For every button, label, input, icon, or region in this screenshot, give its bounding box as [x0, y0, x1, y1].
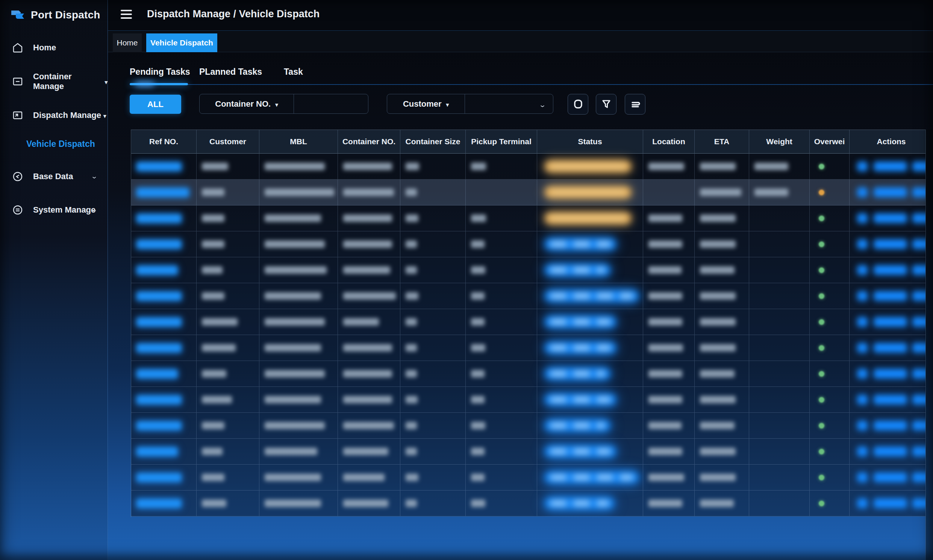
column-header-actions: Actions [850, 130, 925, 154]
tab-pending-tasks[interactable]: Pending Tasks [130, 67, 190, 77]
cell-overweight [810, 413, 850, 439]
tab-task[interactable]: Task [284, 67, 303, 77]
page-tab-vehicle-dispatch[interactable]: Vehicle Dispatch [146, 34, 217, 52]
ref-no-link-blurred[interactable] [136, 162, 182, 171]
menu-toggle-icon[interactable] [121, 10, 132, 20]
ref-no-link-blurred[interactable] [136, 291, 182, 301]
action-icon-blurred[interactable] [857, 446, 868, 456]
eta-value-blurred [700, 500, 734, 507]
tab-planned-tasks[interactable]: PLanned Tasks [199, 67, 262, 77]
action-icon-blurred[interactable] [857, 395, 868, 405]
page-tab-home[interactable]: Home [113, 34, 142, 52]
action-icon-blurred[interactable] [857, 369, 868, 378]
action-button-blurred[interactable] [912, 188, 925, 197]
action-icon-blurred[interactable] [857, 472, 868, 482]
ref-no-link-blurred[interactable] [136, 266, 178, 275]
all-filter-button[interactable]: ALL [130, 95, 181, 114]
cell-pickup_terminal [466, 283, 537, 309]
filter-button[interactable] [596, 94, 617, 115]
action-button-blurred[interactable] [912, 446, 925, 456]
container-no-input[interactable] [294, 94, 368, 114]
action-button-blurred[interactable] [912, 395, 925, 405]
cell-container_no [338, 283, 400, 309]
cell-container_no [338, 413, 400, 439]
location-value-blurred [648, 396, 682, 403]
action-icon-blurred[interactable] [857, 188, 868, 197]
sidebar-item-home[interactable]: Home [0, 37, 108, 58]
action-button-blurred[interactable] [874, 265, 907, 275]
ref-no-link-blurred[interactable] [136, 317, 182, 327]
action-button-blurred[interactable] [874, 472, 907, 482]
sidebar-item-vehicle-dispatch[interactable]: Vehicle Dispatch [0, 134, 108, 153]
action-button-blurred[interactable] [874, 369, 907, 378]
customer-selector-dropdown[interactable]: Customer ▾ [387, 94, 465, 114]
action-icon-blurred[interactable] [857, 498, 868, 508]
cell-actions [850, 283, 925, 309]
action-button-blurred[interactable] [912, 213, 925, 223]
table-row [131, 231, 925, 257]
ref-no-link-blurred[interactable] [136, 188, 189, 197]
action-button-blurred[interactable] [874, 317, 907, 327]
action-button-blurred[interactable] [912, 343, 925, 353]
action-button-blurred[interactable] [874, 162, 907, 171]
action-button-blurred[interactable] [874, 446, 907, 456]
action-button-blurred[interactable] [874, 291, 907, 301]
status-badge-text-blurred [550, 164, 626, 169]
ref-no-link-blurred[interactable] [136, 214, 182, 223]
action-icon-blurred[interactable] [857, 162, 868, 171]
cell-overweight [810, 283, 850, 309]
action-button-blurred[interactable] [874, 395, 907, 405]
cell-ref [131, 154, 197, 180]
action-button-blurred[interactable] [874, 498, 907, 508]
status-badge-blurred [545, 471, 638, 483]
overweight-dot-green [819, 268, 824, 273]
filter-icon [601, 99, 611, 110]
action-button-blurred[interactable] [912, 162, 925, 171]
ref-no-link-blurred[interactable] [136, 473, 182, 482]
action-button-blurred[interactable] [874, 343, 907, 353]
action-button-blurred[interactable] [912, 317, 925, 327]
ref-no-link-blurred[interactable] [136, 369, 178, 378]
action-icon-blurred[interactable] [857, 265, 868, 275]
action-icon-blurred[interactable] [857, 291, 868, 301]
action-icon-blurred[interactable] [857, 421, 868, 431]
action-button-blurred[interactable] [874, 188, 907, 197]
search-button[interactable] [568, 94, 588, 115]
ref-no-link-blurred[interactable] [136, 499, 182, 508]
eta-value-blurred [700, 292, 736, 300]
ref-no-link-blurred[interactable] [136, 240, 182, 249]
dispatch-icon [12, 110, 23, 121]
sidebar-item-system-manage[interactable]: System Manage ⌄ [0, 200, 108, 220]
action-icon-blurred[interactable] [857, 343, 868, 353]
sidebar-item-container-manage[interactable]: Container Manage ▾ [0, 71, 108, 92]
mbl-value-blurred [265, 422, 325, 429]
action-button-blurred[interactable] [912, 498, 925, 508]
sidebar-item-base-data[interactable]: Base Data ⌄ [0, 166, 108, 187]
action-icon-blurred[interactable] [857, 317, 868, 327]
action-button-blurred[interactable] [912, 265, 925, 275]
field-selector-dropdown[interactable]: Container NO. ▾ [200, 94, 294, 114]
cell-eta [695, 413, 749, 439]
customer-select[interactable]: ⌄ [465, 94, 553, 114]
action-icon-blurred[interactable] [857, 239, 868, 249]
ref-no-link-blurred[interactable] [136, 395, 182, 405]
action-button-blurred[interactable] [874, 239, 907, 249]
columns-button[interactable] [625, 94, 645, 115]
sidebar-item-dispatch-manage[interactable]: Dispatch Manage ▾ [0, 105, 108, 126]
mbl-value-blurred [265, 292, 321, 300]
action-button-blurred[interactable] [912, 291, 925, 301]
action-button-blurred[interactable] [912, 369, 925, 378]
eta-value-blurred [700, 344, 736, 352]
action-button-blurred[interactable] [912, 421, 925, 431]
cell-container_no [338, 387, 400, 413]
action-button-blurred[interactable] [912, 239, 925, 249]
ref-no-link-blurred[interactable] [136, 447, 178, 456]
ref-no-link-blurred[interactable] [136, 343, 182, 353]
action-button-blurred[interactable] [874, 421, 907, 431]
action-button-blurred[interactable] [912, 472, 925, 482]
action-icon-blurred[interactable] [857, 213, 868, 223]
cell-customer [197, 257, 259, 283]
ref-no-link-blurred[interactable] [136, 421, 182, 431]
action-button-blurred[interactable] [874, 213, 907, 223]
cell-customer [197, 309, 259, 335]
